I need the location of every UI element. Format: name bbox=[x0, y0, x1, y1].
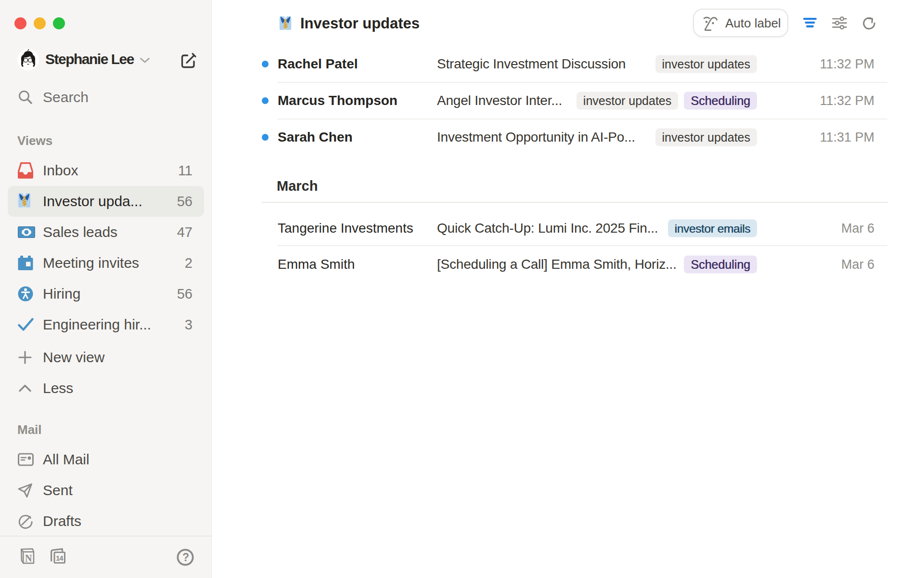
svg-text:N: N bbox=[25, 553, 32, 564]
svg-text:14: 14 bbox=[56, 554, 64, 562]
svg-text:?: ? bbox=[182, 551, 189, 564]
